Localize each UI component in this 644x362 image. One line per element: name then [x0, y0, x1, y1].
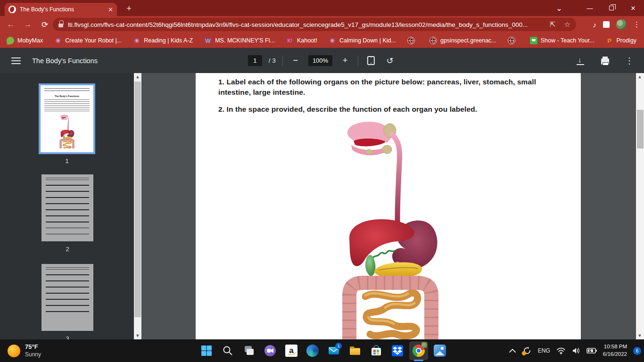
bookmark-create-your-robot[interactable]: ✳ Create Your Robot |... — [54, 37, 122, 44]
menu-hamburger-icon[interactable] — [11, 58, 21, 64]
dropbox-icon — [391, 345, 404, 357]
page-thumbnail-3[interactable] — [41, 264, 93, 331]
music-extension-icon[interactable]: ♪ — [593, 21, 597, 29]
window-restore-button[interactable] — [601, 0, 622, 16]
zoom-out-button[interactable]: − — [289, 55, 302, 67]
profile-avatar[interactable] — [616, 19, 627, 30]
bookmark-reading-kids-az[interactable]: ✳ Reading | Kids A-Z — [133, 37, 193, 44]
bookmark-unnamed-2[interactable] — [508, 37, 519, 44]
address-bar[interactable]: lti.flvsgl.com/flvs-cat-content/52t6hqgi… — [53, 18, 576, 31]
main-scrollbar-thumb[interactable] — [637, 110, 644, 148]
pdf-document-title: The Body's Functions — [32, 57, 98, 65]
browser-navbar: ← → ⟳ lti.flvsgl.com/flvs-cat-content/52… — [0, 16, 644, 33]
browser-tab[interactable]: The Body's Functions ✕ — [5, 3, 117, 16]
microsoft-store-button[interactable] — [367, 341, 386, 360]
bookmark-star-icon[interactable]: ☆ — [564, 20, 570, 29]
sidebar-scrollbar[interactable]: ▲ ▼ — [134, 73, 141, 339]
screen: The Body's Functions ✕ + ⌄ — ✕ ← → ⟳ lti… — [0, 0, 644, 362]
page-total: / 3 — [269, 57, 276, 64]
rotate-button[interactable]: ↺ — [384, 55, 396, 67]
forward-button[interactable]: → — [21, 18, 35, 31]
bookmark-mobymax[interactable]: MobyMax — [7, 37, 43, 44]
photos-button[interactable] — [430, 341, 449, 360]
folder-icon — [349, 345, 361, 357]
bookmark-show-teach[interactable]: Show - Teach Your... — [530, 37, 594, 44]
sparkle-icon: ✳ — [133, 37, 140, 44]
print-button[interactable] — [599, 55, 611, 67]
reload-button[interactable]: ⟳ — [38, 18, 52, 31]
download-button[interactable] — [574, 55, 586, 67]
tray-expand-chevron-icon[interactable] — [509, 348, 516, 353]
thumbnail-2-number: 2 — [39, 246, 96, 253]
bookmarks-bar: MobyMax ✳ Create Your Robot |... ✳ Readi… — [0, 33, 644, 48]
new-tab-button[interactable]: + — [126, 4, 132, 13]
notification-count-badge[interactable]: 6 — [633, 347, 641, 355]
bookmark-gpsinspect[interactable]: gpsinspect.greenac... — [429, 37, 496, 44]
main-scrollbar[interactable]: ▲ ▼ — [636, 73, 644, 339]
window-close-button[interactable]: ✕ — [622, 0, 644, 16]
fit-to-page-button[interactable] — [365, 55, 377, 67]
volume-icon[interactable] — [572, 347, 580, 354]
page-thumbnail-1[interactable]: The Body's Functions — [39, 83, 95, 154]
wifi-icon[interactable] — [556, 347, 566, 354]
back-button[interactable]: ← — [4, 18, 18, 31]
tab-close-icon[interactable]: ✕ — [108, 6, 113, 13]
pdf-page-controls: / 3 − 100% + ↺ — [248, 55, 396, 67]
taskbar-apps: a 1 — [197, 339, 449, 362]
thumbnail-3-number: 3 — [39, 335, 96, 339]
sidebar-scrollbar-thumb[interactable] — [134, 82, 141, 317]
thumbnail-1-number: 1 — [39, 157, 95, 165]
amazon-button[interactable]: a — [282, 341, 301, 360]
bookmark-unnamed-1[interactable] — [407, 37, 418, 44]
chat-button[interactable] — [261, 341, 280, 360]
file-explorer-button[interactable] — [346, 341, 364, 360]
window-minimize-button[interactable]: — — [579, 0, 601, 16]
sun-icon — [8, 345, 20, 357]
globe-icon — [407, 37, 415, 44]
bookmark-ms-mckinney[interactable]: W MS. MCKINNEY'S Fl... — [204, 37, 275, 44]
battery-icon[interactable] — [586, 347, 597, 354]
green-app-icon — [530, 37, 537, 44]
bookmark-calming-down[interactable]: ✳ Calming Down | Kid... — [329, 37, 396, 44]
page-number-input[interactable] — [248, 55, 262, 66]
edge-button[interactable] — [303, 341, 322, 360]
dropbox-button[interactable] — [388, 341, 407, 360]
store-icon — [370, 345, 382, 357]
sparkle-icon: ✳ — [329, 37, 336, 44]
pdf-more-menu-icon[interactable]: ⋮ — [623, 55, 636, 67]
pdf-toolbar: The Body's Functions / 3 − 100% + ↺ ⋮ — [0, 48, 644, 73]
tab-search-chevron-icon[interactable]: ⌄ — [550, 0, 569, 16]
language-indicator[interactable]: ENG — [538, 347, 550, 354]
sparkle-icon: ✳ — [54, 37, 62, 44]
chrome-button[interactable] — [409, 341, 428, 360]
zoom-in-button[interactable]: + — [339, 55, 351, 67]
share-icon[interactable]: ⇱ — [550, 20, 556, 29]
sync-icon[interactable] — [522, 346, 532, 355]
weather-widget[interactable]: 75°F Sunny — [5, 339, 44, 362]
task-view-button[interactable] — [239, 341, 258, 360]
windows-taskbar: 75°F Sunny a — [0, 339, 644, 362]
search-button[interactable] — [218, 341, 237, 360]
scroll-up-arrow[interactable]: ▲ — [134, 73, 141, 81]
zoom-level[interactable]: 100% — [308, 55, 332, 66]
ssl-lock-icon[interactable] — [58, 22, 63, 28]
mail-unread-badge: 1 — [335, 343, 342, 349]
browser-menu-icon[interactable]: ⋮ — [633, 20, 640, 29]
tray-time: 10:58 PM — [604, 344, 627, 349]
sidebar-extension-icon[interactable] — [603, 21, 610, 28]
clock[interactable]: 10:58 PM 6/16/2022 — [603, 343, 627, 358]
globe-icon — [429, 37, 437, 44]
photos-icon — [434, 345, 446, 357]
weather-condition: Sunny — [25, 351, 41, 358]
scroll-down-arrow[interactable]: ▼ — [636, 332, 644, 339]
bookmark-prodigy[interactable]: P Prodigy — [606, 37, 636, 44]
start-button[interactable] — [197, 341, 216, 360]
bookmark-kahoot[interactable]: K! Kahoot! — [286, 37, 317, 44]
scroll-down-arrow[interactable]: ▼ — [134, 332, 141, 339]
pdf-action-buttons: ⋮ — [574, 55, 636, 67]
tray-date: 6/16/2022 — [603, 351, 627, 357]
mail-button[interactable]: 1 — [324, 341, 343, 360]
task-view-icon — [243, 345, 255, 356]
page-thumbnail-2[interactable] — [41, 174, 93, 241]
scroll-up-arrow[interactable]: ▲ — [636, 73, 644, 81]
